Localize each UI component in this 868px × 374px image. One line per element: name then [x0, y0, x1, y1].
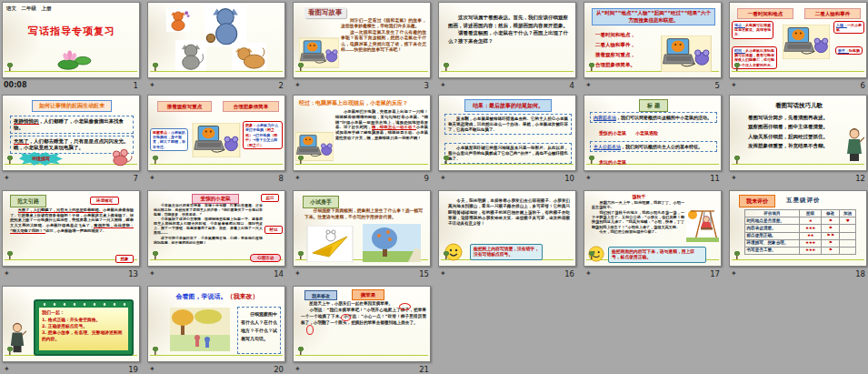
- animation-star-icon[interactable]: ✦: [149, 80, 155, 91]
- title-main: 会看图，学说话。: [176, 293, 227, 300]
- spiral-binding: [41, 302, 126, 307]
- animation-star-icon[interactable]: ✦: [731, 268, 737, 279]
- animation-star-icon[interactable]: ✦: [4, 268, 10, 279]
- slide-2-thumbnail[interactable]: [147, 2, 285, 78]
- animation-star-icon[interactable]: ✦: [585, 268, 592, 279]
- slide-7-thumbnail[interactable]: 如何让事情的起因生动起来 夜静悄悄的，人们都睡了，小老鼠偷偷溜出来找食物。 天黑…: [2, 95, 140, 171]
- animation-star-icon[interactable]: ✦: [4, 364, 10, 374]
- animation-star-icon[interactable]: ✦: [440, 268, 446, 279]
- star-rating: ★★: [800, 232, 822, 239]
- slide-cell-20: 会看图，学说话。（我来改） 仔细观察图中有什么人？在什么地方？干什么？试着写几句…: [147, 286, 285, 374]
- animation-star-icon[interactable]: ✦: [294, 364, 301, 374]
- slide-13-thumbnail[interactable]: 范文引路 环境描写 天黑了，人们都睡了，只有天上的星星眨着眼睛。小老鼠出来偷食物…: [2, 190, 140, 267]
- slide-number: 13: [128, 268, 138, 279]
- animation-star-icon[interactable]: ✦: [149, 364, 155, 374]
- animation-star-icon[interactable]: ✦: [585, 173, 592, 184]
- slide-cell-14: 受惊的小老鼠 起因 经过 心理活动 小老鼠在自己的窝里待着，觉得十分无聊，打算出…: [147, 190, 285, 281]
- rhyme-poem: 看图写话分两步，先看清图再表述。 观察图画仔细看，图中主体看清楚。 人物关系仔细…: [748, 113, 828, 151]
- slide-10-thumbnail[interactable]: 结果：最后故事的结尾如何。 原来啊，小老鼠是被猫咪吓得逃走去的。它的主人担心小老…: [438, 95, 576, 171]
- eval-row: 时间地点是否清楚。 ★ ⚑ ♥: [745, 217, 856, 225]
- callout-red-note: （图之后）: [245, 143, 264, 147]
- slide-cell-19: 我们一起： 1. 格式正确：开头要空两格。 2. 正确使用标点符号。 3. 想象…: [2, 286, 140, 374]
- slide-6-thumbnail[interactable]: 一看时间和地点 二看人物和事件 地点：从电脑可以推测这是在家里、宾馆等地方。 时…: [729, 2, 867, 78]
- slide-title: 经过：电脑屏幕上出现猫后，小老鼠的反应？: [299, 99, 428, 107]
- slide-15-thumbnail[interactable]: 小试身手 仔细观察下面两幅图，想象图上发生了什么事？选一幅写下来。注意语句通顺，…: [293, 190, 431, 267]
- callout-label: 想象：: [245, 123, 256, 127]
- heart-mark: [840, 239, 856, 247]
- flag-marks: ⚑: [822, 225, 840, 232]
- slide-11-thumbnail[interactable]: 标 题 内容起名法，我们可以简要概括出这幅图中小老鼠的活动。 受惊的小老鼠 小老…: [584, 95, 722, 171]
- chalkboard: 我们一起： 1. 格式正确：开头要空两格。 2. 正确使用标点符号。 3. 想象…: [34, 299, 134, 356]
- star-rating: ★★★: [800, 225, 822, 232]
- animation-star-icon[interactable]: ✦: [149, 268, 155, 279]
- animation-star-icon[interactable]: ✦: [440, 80, 446, 91]
- method-text: ，我们则可以概括出主人公的基本特征。: [621, 144, 703, 149]
- eval-header: 修改: [822, 210, 840, 217]
- animation-star-icon[interactable]: ✦: [731, 80, 737, 91]
- slide-12-thumbnail[interactable]: 看图写话技巧儿歌 看图写话分两步，先看清图再表述。 观察图画仔细看，图中主体看清…: [729, 95, 867, 171]
- flag-marks: ⚑: [822, 239, 840, 247]
- slide-17-thumbnail[interactable]: 荡秋千 星期六的一天上午，阳光明媚，我和丁丁、小明一起去荡秋千。 我们到了荡秋千…: [584, 190, 722, 267]
- callout-place: 地点：从电脑可以推测这是在家里、宾馆等地方。: [732, 21, 773, 39]
- example-titles-2: 贪玩的小老鼠: [599, 159, 626, 165]
- eval-row: 标点使用正确。 ★★ ⚑ ⚑: [745, 232, 856, 239]
- slide-cell-1: 语文 二年级 上册 写话指导专项复习 00:08 1: [2, 2, 140, 93]
- callout-label: 事件：: [838, 48, 849, 53]
- title-red: （我来改）: [227, 293, 259, 300]
- callout-text: 玩电脑: [849, 48, 860, 53]
- slide-cell-9: 经过：电脑屏幕上出现猫后，小老鼠的反应？ 小老鼠刚打开电脑，突然屏幕上出现了一只…: [293, 95, 431, 186]
- eval-header: 评价项目: [745, 210, 800, 217]
- essay-segment: 说完，小老鼠哧溜一声跑回洞里了。: [45, 228, 106, 233]
- laptop-mouse-image: [295, 132, 334, 161]
- animation-star-icon[interactable]: ✦: [585, 80, 592, 91]
- animation-star-icon[interactable]: ✦: [149, 173, 155, 184]
- slide-4-thumbnail[interactable]: 这次写话属于看图表达。首先，我们应该仔细观察图画，讲述画面内容；然后，根据画面内…: [438, 2, 576, 78]
- animation-star-icon[interactable]: ✦: [731, 173, 737, 184]
- slide-19-thumbnail[interactable]: 我们一起： 1. 格式正确：开头要空两格。 2. 正确使用标点符号。 3. 想象…: [2, 286, 140, 362]
- eval-row: 内容表达清楚。 ★★★ ⚑: [745, 225, 856, 232]
- eval-row: 环境描写、想象合理。 ★★★ ⚑: [745, 239, 856, 247]
- tree-landscape-image: [363, 224, 421, 262]
- animation-star-icon[interactable]: ✦: [294, 173, 301, 184]
- slide-sorter-view: { "captions": { "star": "✦" }, "slides":…: [0, 0, 868, 374]
- slide-cell-21: 我来修改 摘苹果 星期天上午，小朋友们一起在果园里摘苹果。 小明说：“我们来摘苹…: [293, 286, 431, 374]
- callout-imagine: 想象：小老鼠为什么要打开电脑（图之前）→打开电脑（图中）→接下去怎么样（图之后）: [243, 121, 283, 149]
- slide-1-thumbnail[interactable]: 语文 二年级 上册 写话指导专项复习: [2, 2, 140, 78]
- slide-title: 标 题: [639, 99, 668, 112]
- slide-20-thumbnail[interactable]: 会看图，学说话。（我来改） 仔细观察图中有什么人？在什么地方？干什么？试着写几句…: [147, 286, 285, 362]
- heart-mark: [840, 225, 856, 232]
- slide-number: 20: [274, 364, 284, 374]
- slide-cell-3: 看图写故事 同学们一定看过《猫和老鼠》的故事，这些故事妙趣横生，带给我们许多乐趣…: [293, 2, 431, 93]
- slide-3-thumbnail[interactable]: 看图写故事 同学们一定看过《猫和老鼠》的故事，这些故事妙趣横生，带给我们许多乐趣…: [293, 2, 431, 78]
- slide-16-thumbnail[interactable]: 今天，阳光明媚，老师带着小朋友们去公园画猴子。小朋友们高兴地来到猴山，看见一只猴…: [438, 190, 576, 267]
- eval-header: 星级: [800, 210, 822, 217]
- slide-number: 15: [419, 268, 429, 279]
- laptop-mouse-image: [192, 123, 241, 157]
- slide-5-thumbnail[interactable]: 从“时间”“地点”“人物”“起因”“经过”“结果”六个方面搜集信息和联想。 一看…: [584, 2, 722, 78]
- animation-star-icon[interactable]: ✦: [440, 173, 446, 184]
- slide-21-thumbnail[interactable]: 我来修改 摘苹果 星期天上午，小朋友们一起在果园里摘苹果。 小明说：“我们来摘苹…: [293, 286, 431, 362]
- animation-star-icon[interactable]: ✦: [294, 268, 301, 279]
- slide-cell-17: 荡秋千 星期六的一天上午，阳光明媚，我和丁丁、小明一起去荡秋千。 我们到了荡秋千…: [584, 190, 722, 281]
- slide-cell-6: 一看时间和地点 二看人物和事件 地点：从电脑可以推测这是在家里、宾馆等地方。 时…: [729, 2, 867, 93]
- eval-header: 加油: [840, 210, 856, 217]
- slide-body-text: 小老鼠刚打开电脑，突然屏幕上出现了一只猫！猫咪瞪着圆溜溜的眼睛，直勾勾地盯着小老…: [335, 109, 428, 141]
- slide-8-thumbnail[interactable]: 接着观察写重点 合理想象很简单 观察重点：小老鼠趴在电脑前，身子挺直，瞪大了眼睛…: [147, 95, 285, 171]
- heart-mark: [840, 247, 856, 254]
- slide-number: 19: [128, 364, 138, 374]
- slide-cell-12: 看图写话技巧儿歌 看图写话分两步，先看清图再表述。 观察图画仔细看，图中主体看清…: [729, 95, 867, 186]
- laptop-mouse-image: [299, 37, 339, 68]
- heart-mark: ♥: [840, 217, 856, 225]
- animation-star-icon[interactable]: ✦: [4, 173, 10, 184]
- slide-cell-4: 这次写话属于看图表达。首先，我们应该仔细观察图画，讲述画面内容；然后，根据画面内…: [438, 2, 576, 93]
- slide-title: 如何让事情的起因生动起来: [32, 100, 112, 112]
- animation-star-icon[interactable]: ✦: [294, 80, 301, 91]
- slide-18-thumbnail[interactable]: 我来评价 五星级评价 评价项目 星级 修改 加油 时间地点是否清楚。 ★ ⚑ ♥: [729, 190, 867, 267]
- slide-cell-13: 范文引路 环境描写 天黑了，人们都睡了，只有天上的星星眨着眼睛。小老鼠出来偷食物…: [2, 190, 140, 281]
- slide-cell-11: 标 题 内容起名法，我们可以简要概括出这幅图中小老鼠的活动。 受惊的小老鼠 小老…: [584, 95, 722, 186]
- slide-number: 17: [710, 268, 720, 279]
- slide-14-thumbnail[interactable]: 受惊的小老鼠 起因 经过 心理活动 小老鼠在自己的窝里待着，觉得十分无聊，打算出…: [147, 190, 285, 267]
- model-essay-text: 天黑了，人们都睡了，只有天上的星星眨着眼睛。小老鼠出来偷食物了。它想餐桌上应该有…: [10, 207, 134, 233]
- slide-9-thumbnail[interactable]: 经过：电脑屏幕上出现猫后，小老鼠的反应？ 小老鼠刚打开电脑，突然屏幕上出现了一只…: [293, 95, 431, 171]
- essay-title: 摘苹果: [352, 289, 384, 300]
